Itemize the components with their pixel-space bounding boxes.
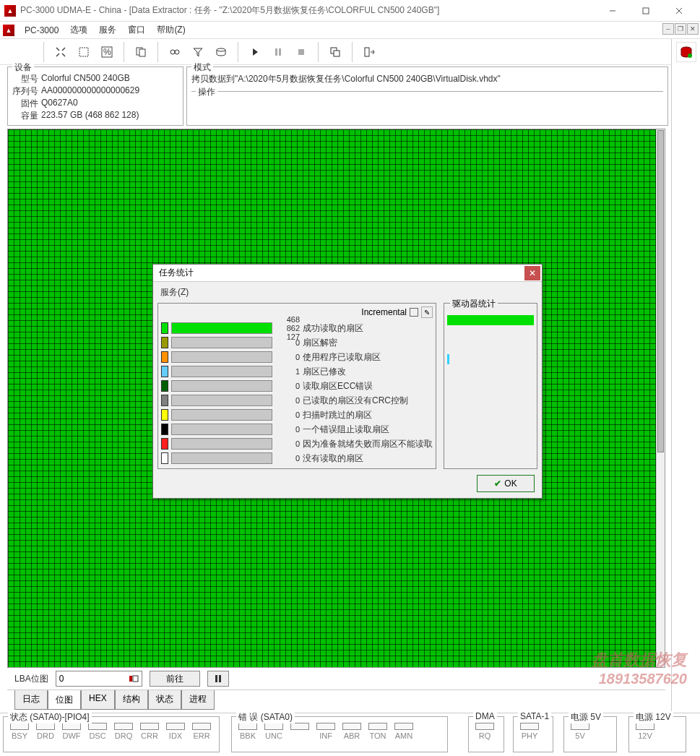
status-led: 12V <box>634 723 657 740</box>
svg-point-23 <box>688 53 692 58</box>
tools-icon[interactable] <box>50 41 72 63</box>
main-toolbar: % <box>0 39 671 65</box>
status-led: AMN <box>392 723 415 740</box>
maximize-button[interactable] <box>629 1 662 21</box>
color-swatch <box>161 351 168 363</box>
stat-value: 0 <box>272 411 303 419</box>
drive-stats-panel: 驱动器统计 <box>444 303 537 469</box>
mdi-minimize-button[interactable]: – <box>662 23 674 35</box>
play-icon[interactable] <box>244 41 266 63</box>
stat-bar <box>171 452 272 464</box>
color-swatch <box>161 337 168 348</box>
stat-desc: 已读取的扇区没有CRC控制 <box>303 395 408 407</box>
mdi-close-button[interactable]: ✕ <box>687 23 699 35</box>
svg-rect-12 <box>275 48 277 56</box>
binoculars-icon[interactable] <box>164 41 186 63</box>
lba-label: LBA位图 <box>14 673 48 685</box>
svg-rect-8 <box>139 49 145 56</box>
tab-structure[interactable]: 结构 <box>115 690 148 710</box>
tab-hex[interactable]: HEX <box>81 690 115 710</box>
status-group: DMARQ <box>468 716 504 752</box>
svg-rect-16 <box>334 51 340 56</box>
template-icon[interactable] <box>73 41 95 63</box>
tab-status[interactable]: 状态 <box>148 690 181 710</box>
stat-value: 1 <box>272 367 303 376</box>
drive-stats-icon[interactable] <box>676 42 696 62</box>
device-model: Colorful CN500 240GB <box>41 73 130 85</box>
dialog-close-button[interactable]: ✕ <box>524 266 540 280</box>
svg-rect-20 <box>215 675 217 682</box>
device-serial: AA000000000000000629 <box>41 85 139 98</box>
tab-log[interactable]: 日志 <box>14 690 48 710</box>
stat-bar <box>171 337 272 348</box>
goto-button[interactable]: 前往 <box>150 671 200 687</box>
menu-window[interactable]: 窗口 <box>122 22 151 38</box>
stat-row: 1 扇区已修改 <box>161 364 433 379</box>
copy-icon[interactable] <box>130 41 152 63</box>
status-led: UNC <box>262 723 285 740</box>
stat-value: 0 <box>272 439 303 448</box>
status-led: DRD <box>34 723 57 740</box>
pause-button[interactable] <box>207 671 229 687</box>
status-led: TON <box>366 723 389 740</box>
menu-options[interactable]: 选项 <box>64 22 93 38</box>
disk-icon[interactable] <box>210 41 232 63</box>
stat-desc: 没有读取的扇区 <box>303 452 363 465</box>
side-toolbar <box>671 39 700 713</box>
status-led: RQ <box>473 723 496 740</box>
menu-bar: ▲ PC-3000 选项 服务 窗口 帮助(Z) – ❐ ✕ <box>0 22 700 39</box>
svg-rect-4 <box>79 48 88 56</box>
svg-point-10 <box>175 50 179 54</box>
stat-desc: 因为准备就绪失败而扇区不能读取 <box>303 438 433 450</box>
status-led: 5V <box>569 723 592 740</box>
edit-icon[interactable]: ✎ <box>421 306 433 318</box>
percent-icon[interactable]: % <box>96 41 118 63</box>
stat-row: 0 读取扇区ECC错误 <box>161 379 433 393</box>
stat-bar <box>171 366 272 377</box>
mode-panel: 模式 拷贝数据到"A:\2020年5月数据恢复任务\Colorful CN500… <box>186 66 668 126</box>
task-stats-dialog: 任务统计 ✕ 服务(Z) Incremental ✎ 468 862 127 成… <box>152 264 543 499</box>
color-swatch <box>161 380 168 392</box>
menu-services[interactable]: 服务 <box>93 22 122 38</box>
exit-icon[interactable] <box>358 41 380 63</box>
status-led: INF <box>314 723 337 740</box>
tab-process[interactable]: 进程 <box>181 690 215 710</box>
svg-rect-14 <box>298 49 304 55</box>
pc3000-icon: ▲ <box>3 25 14 36</box>
status-group: 状态 (SATA0)-[PIO4]BSYDRDDWFDSCDRQCRRIDXER… <box>3 716 220 752</box>
incremental-checkbox[interactable] <box>410 308 418 317</box>
stat-desc: 读取扇区ECC错误 <box>303 380 373 392</box>
status-led: BSY <box>8 723 31 740</box>
tab-bitmap[interactable]: 位图 <box>48 690 81 710</box>
pause-icon[interactable] <box>267 41 289 63</box>
mdi-restore-button[interactable]: ❐ <box>675 23 686 35</box>
map-scrollbar[interactable] <box>656 129 665 667</box>
cascade-icon[interactable] <box>324 41 346 63</box>
stat-row: 0 没有读取的扇区 <box>161 451 433 465</box>
svg-text:%: % <box>103 47 111 57</box>
window-titlebar: ▲ PC-3000 UDMA-E - China - [Data Extract… <box>0 0 700 22</box>
close-button[interactable] <box>662 1 696 21</box>
device-panel: 设备 型号Colorful CN500 240GB 序列号AA000000000… <box>7 66 183 126</box>
minimize-button[interactable] <box>596 1 629 21</box>
menu-help[interactable]: 帮助(Z) <box>151 22 191 38</box>
status-led: DSC <box>86 723 109 740</box>
ok-button[interactable]: ✔ OK <box>477 475 535 492</box>
svg-rect-21 <box>219 675 221 682</box>
stat-row: 0 因为准备就绪失败而扇区不能读取 <box>161 437 433 451</box>
status-led: ERR <box>190 723 213 740</box>
funnel-icon[interactable] <box>187 41 209 63</box>
stop-icon[interactable] <box>290 41 312 63</box>
stat-bar <box>171 409 272 421</box>
stat-desc: 扇区已修改 <box>303 366 346 378</box>
lba-input[interactable]: 0 <box>56 671 142 687</box>
status-group: SATA-1PHY <box>513 716 553 752</box>
view-tabs: 日志 位图 HEX 结构 状态 进程 <box>7 690 665 710</box>
stats-list: Incremental ✎ 468 862 127 成功读取的扇区 0 扇区解密… <box>157 303 436 469</box>
lba-indicator-icon <box>129 674 139 684</box>
status-group: 错 误 (SATA0)BBKUNCINFABRTONAMN <box>231 716 448 752</box>
mode-legend: 模式 <box>191 61 213 74</box>
menu-app[interactable]: PC-3000 <box>19 23 64 38</box>
status-group: 电源 12V12V <box>628 716 686 752</box>
device-firmware: Q0627A0 <box>41 98 78 110</box>
